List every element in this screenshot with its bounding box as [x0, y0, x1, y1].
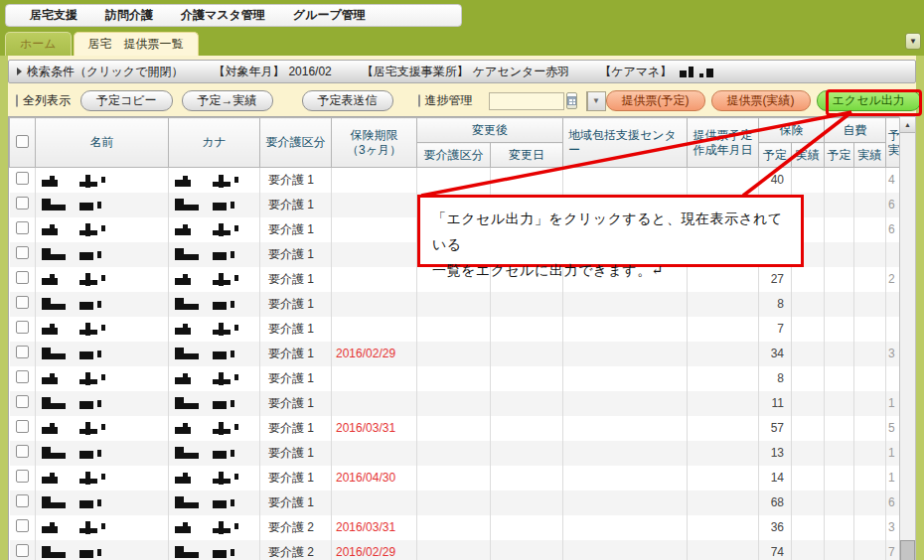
col-selfpay-plan[interactable]: 予定: [825, 143, 854, 168]
progress-status-select[interactable]: ▼: [586, 91, 606, 111]
col-kana[interactable]: カナ: [169, 118, 260, 168]
redacted-kana: [173, 495, 250, 509]
office-label: 【居宅支援事業所】: [362, 64, 469, 80]
progress-mgmt-checkbox[interactable]: [418, 94, 420, 107]
redacted-name: [40, 272, 117, 286]
kana-cell: [169, 193, 260, 217]
callout-text-line2: 一覧をエクセルに出力できます。↵: [432, 258, 789, 284]
col-ticket-plan-date[interactable]: 提供票予定作成年月日: [688, 118, 759, 168]
excel-export-button[interactable]: エクセル出力: [817, 90, 921, 111]
care-manager-label: 【ケアマネ】: [599, 64, 672, 80]
row-checkbox[interactable]: [16, 395, 29, 408]
selfpay-actual-cell: [854, 242, 886, 267]
col-insurance-limit[interactable]: 保険期限（3ヶ月）: [332, 118, 417, 168]
ticket-plan-date-cell: [688, 416, 759, 441]
row-checkbox[interactable]: [16, 271, 29, 284]
search-condition-bar[interactable]: 検索条件（クリックで開閉） 【対象年月】 2016/02 【居宅支援事業所】 ケ…: [8, 60, 916, 83]
insurance-plan-cell: 8: [759, 366, 792, 391]
progress-date-input[interactable]: [489, 92, 564, 110]
col-change-care-level[interactable]: 要介護区分: [417, 143, 491, 168]
selfpay-actual-cell: [854, 217, 886, 242]
redacted-kana: [173, 421, 250, 435]
plan-to-actual-button[interactable]: 予定→実績: [182, 90, 273, 111]
row-checkbox[interactable]: [16, 445, 29, 458]
select-all-checkbox[interactable]: [16, 135, 29, 148]
clipped-cell: [886, 242, 900, 267]
menu-kyotaku-shien[interactable]: 居宅支援: [16, 7, 91, 24]
change-care-level-cell: [417, 466, 491, 490]
row-checkbox[interactable]: [16, 296, 29, 309]
row-checkbox[interactable]: [16, 197, 29, 210]
row-checkbox[interactable]: [16, 346, 29, 358]
scrollbar-thumb[interactable]: [900, 540, 915, 560]
change-date-cell: [491, 416, 563, 441]
redacted-kana: [173, 471, 250, 485]
insurance-limit-cell: 2016/02/29: [332, 540, 417, 560]
insurance-plan-cell: 8: [759, 292, 792, 317]
row-checkbox[interactable]: [16, 321, 29, 334]
row-checkbox[interactable]: [16, 246, 29, 259]
community-center-cell: [563, 515, 688, 540]
col-insurance-plan[interactable]: 予定: [759, 143, 792, 168]
kana-cell: [169, 317, 260, 342]
row-checkbox[interactable]: [16, 519, 29, 532]
col-after-change-group: 変更後: [417, 118, 563, 143]
app-window: 居宅支援 訪問介護 介護マスタ管理 グループ管理 ホーム 居宅 提供票一覧 ▼ …: [0, 0, 924, 560]
row-checkbox[interactable]: [16, 420, 29, 433]
change-care-level-cell: [417, 540, 491, 560]
show-all-columns-checkbox[interactable]: [16, 94, 18, 107]
name-cell: [36, 217, 169, 242]
table-row: 要介護 1 8: [10, 292, 900, 317]
change-care-level-cell: [417, 515, 491, 540]
tab-home[interactable]: ホーム: [5, 32, 72, 56]
ticket-plan-date-cell: [688, 168, 759, 193]
clipped-cell: 5: [886, 416, 900, 441]
row-checkbox[interactable]: [16, 494, 29, 507]
ticket-actual-button[interactable]: 提供票(実績): [711, 90, 811, 111]
tab-teikyouhyou-list[interactable]: 居宅 提供票一覧: [74, 32, 199, 56]
col-community-center[interactable]: 地域包括支援センター: [563, 118, 688, 168]
care-level-cell: 要介護 1: [260, 317, 332, 342]
collapse-triangle-icon: [17, 68, 22, 75]
insurance-actual-cell: [792, 292, 825, 317]
kana-cell: [169, 490, 260, 515]
ticket-plan-date-cell: [688, 317, 759, 342]
redacted-kana: [173, 222, 250, 236]
row-checkbox[interactable]: [16, 172, 29, 185]
vertical-scrollbar[interactable]: ▲: [899, 116, 916, 560]
copy-plan-button[interactable]: 予定コピー: [80, 90, 173, 111]
row-checkbox[interactable]: [16, 370, 29, 383]
row-checkbox[interactable]: [16, 470, 29, 483]
calendar-icon[interactable]: [566, 92, 577, 109]
ticket-plan-button[interactable]: 提供票(予定): [606, 90, 705, 111]
care-level-cell: 要介護 1: [260, 217, 332, 242]
care-level-cell: 要介護 1: [260, 391, 332, 416]
selfpay-actual-cell: [854, 342, 886, 366]
redacted-kana: [173, 198, 250, 211]
selfpay-actual-cell: [854, 540, 886, 560]
selfpay-plan-cell: [825, 366, 854, 391]
clipped-cell: 3: [886, 515, 900, 540]
scroll-up-arrow-icon[interactable]: ▲: [900, 117, 915, 133]
row-checkbox[interactable]: [16, 221, 29, 234]
left-border-strip: [0, 56, 8, 560]
col-change-date[interactable]: 変更日: [491, 143, 563, 168]
redacted-name: [40, 446, 117, 460]
menu-kaigo-master[interactable]: 介護マスタ管理: [167, 7, 279, 24]
redacted-kana: [173, 545, 250, 559]
selfpay-plan-cell: [825, 490, 854, 515]
col-selfpay-actual[interactable]: 実績: [854, 143, 886, 168]
col-insurance-actual[interactable]: 実績: [792, 143, 825, 168]
kana-cell: [169, 416, 260, 441]
menu-group-kanri[interactable]: グループ管理: [279, 7, 380, 24]
menu-houmon-kaigo[interactable]: 訪問介護: [91, 7, 167, 24]
row-checkbox[interactable]: [16, 544, 29, 557]
search-toggle-label: 検索条件（クリックで開閉）: [27, 64, 183, 80]
col-name[interactable]: 名前: [36, 118, 169, 168]
selfpay-plan-cell: [825, 242, 854, 267]
window-dropdown-button[interactable]: ▼: [905, 33, 921, 50]
redacted-name: [40, 471, 117, 485]
insurance-actual-cell: [792, 441, 825, 466]
send-schedule-button[interactable]: 予定表送信: [302, 90, 393, 111]
col-care-level[interactable]: 要介護区分: [260, 118, 332, 168]
